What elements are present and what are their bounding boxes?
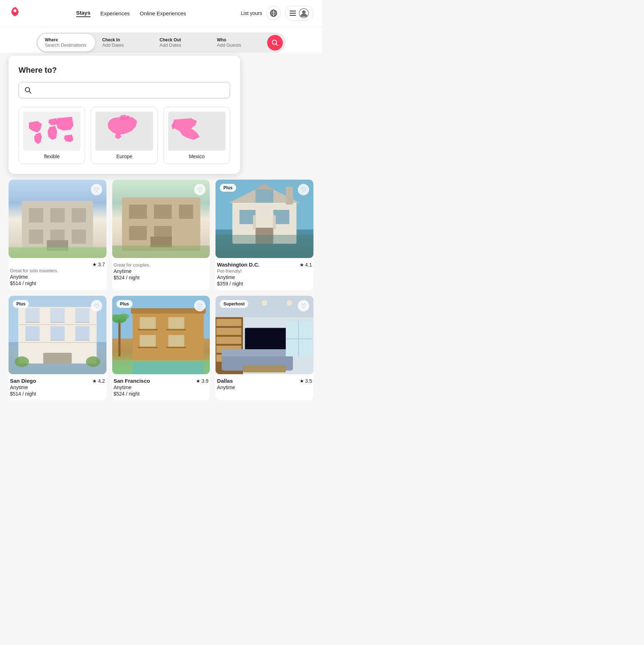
destination-search-wrap[interactable] — [19, 82, 230, 98]
destination-input[interactable] — [35, 87, 224, 93]
svg-point-65 — [86, 356, 100, 367]
listing-card-sanfrancisco[interactable]: Plus ♡ San Francisco ★ 3.9 Anytime $524 … — [112, 296, 210, 400]
svg-rect-78 — [166, 329, 186, 330]
svg-rect-52 — [50, 308, 64, 322]
svg-rect-48 — [18, 306, 97, 307]
svg-rect-55 — [50, 326, 64, 340]
listing-price: $524 / night — [114, 391, 209, 397]
mexico-label: Mexico — [189, 154, 204, 159]
svg-rect-50 — [18, 342, 97, 343]
user-menu-button[interactable] — [285, 6, 313, 21]
wishlist-button[interactable]: ♡ — [91, 300, 102, 311]
listing-card-washington[interactable]: Plus ♡ Washington D.C. ★ 4.1 Pet-friendl… — [215, 180, 313, 290]
search-bar-wrap: Where Search Destinations Check In Add D… — [0, 27, 322, 53]
checkin-segment[interactable]: Check In Add Dates — [95, 34, 152, 51]
nav-experiences[interactable]: Experiences — [100, 10, 130, 16]
listing-city: San Diego — [10, 378, 36, 384]
card-image-wrap: Plus ♡ — [215, 180, 313, 258]
star-icon: ★ — [92, 262, 97, 267]
wishlist-button[interactable]: ♡ — [298, 184, 309, 195]
flexible-label: flexible — [44, 154, 60, 159]
card-image-wrap: ♡ — [9, 180, 107, 258]
svg-rect-91 — [217, 337, 242, 344]
svg-rect-63 — [43, 353, 72, 363]
svg-rect-75 — [140, 335, 156, 347]
region-flexible[interactable]: flexible — [19, 107, 85, 164]
svg-point-64 — [15, 356, 29, 367]
card-image-wrap: Superhost ♡ — [215, 296, 313, 374]
language-button[interactable] — [266, 6, 281, 20]
svg-rect-51 — [25, 308, 40, 322]
svg-rect-82 — [112, 360, 210, 374]
where-segment[interactable]: Where Search Destinations — [38, 34, 95, 51]
listing-city: Dallas — [217, 378, 233, 384]
nav-stays[interactable]: Stays — [76, 10, 90, 17]
listing-badge: Plus — [13, 300, 29, 308]
svg-rect-31 — [112, 246, 210, 258]
listing-city: San Francisco — [114, 378, 150, 384]
checkout-label: Check Out — [160, 37, 203, 42]
svg-rect-8 — [290, 15, 296, 16]
card-image-wrap: ♡ — [112, 180, 210, 258]
listing-timing: Anytime — [10, 274, 105, 280]
card-info: San Francisco ★ 3.9 Anytime $524 / night — [112, 374, 210, 400]
dropdown-title: Where to? — [19, 66, 230, 75]
svg-rect-74 — [168, 317, 184, 330]
listing-badge: Plus — [116, 300, 133, 308]
svg-rect-79 — [138, 347, 157, 348]
listings-grid: ♡ ★ 3.7 Great for solo travelers. Anytim… — [0, 174, 322, 406]
listing-rating: ★ 3.9 — [196, 378, 208, 384]
dropdown-panel: Where to? — [9, 56, 240, 174]
card-image-wrap: Plus ♡ — [9, 296, 107, 374]
logo[interactable] — [9, 6, 21, 21]
card-info: Dallas ★ 3.5 Anytime — [215, 374, 313, 394]
listing-price: $524 / night — [114, 275, 209, 280]
svg-line-12 — [276, 44, 278, 46]
svg-rect-25 — [129, 205, 147, 219]
list-yours-link[interactable]: List yours — [241, 10, 262, 16]
listing-timing: Anytime — [217, 274, 312, 280]
where-value: Search Destinations — [45, 42, 88, 48]
svg-rect-18 — [72, 208, 86, 222]
svg-point-0 — [14, 9, 16, 12]
wishlist-button[interactable]: ♡ — [298, 300, 309, 311]
region-grid: flexible Europe — [19, 107, 230, 164]
nav-online-experiences[interactable]: Online Experiences — [140, 10, 186, 16]
listing-card-sandiego[interactable]: Plus ♡ San Diego ★ 4.2 Anytime $514 / ni… — [9, 296, 107, 400]
svg-point-70 — [118, 314, 129, 319]
listing-card-dallas[interactable]: Superhost ♡ Dallas ★ 3.5 Anytime — [215, 296, 313, 400]
svg-rect-41 — [286, 187, 293, 205]
svg-rect-95 — [246, 329, 287, 352]
who-segment[interactable]: Who Add Guests — [210, 34, 267, 51]
listing-description: Great for solo travelers. — [10, 268, 105, 273]
search-button[interactable] — [267, 35, 283, 51]
main-nav: Stays Experiences Online Experiences — [76, 10, 186, 17]
star-icon: ★ — [196, 378, 201, 384]
listing-card-partial-2[interactable]: ♡ Great for couples. Anytime $524 / nigh… — [112, 180, 210, 290]
listing-timing: Anytime — [114, 268, 209, 274]
card-image-wrap: Plus ♡ — [112, 296, 210, 374]
wishlist-button[interactable]: ♡ — [91, 184, 102, 195]
svg-rect-54 — [25, 326, 40, 340]
svg-rect-103 — [286, 339, 313, 339]
listing-rating: ★ 3.5 — [300, 378, 312, 384]
svg-rect-53 — [75, 308, 89, 322]
svg-rect-7 — [290, 13, 296, 14]
svg-rect-19 — [29, 229, 43, 244]
region-europe[interactable]: Europe — [91, 107, 157, 164]
listing-card-partial-1[interactable]: ♡ ★ 3.7 Great for solo travelers. Anytim… — [9, 180, 107, 290]
listing-city: Washington D.C. — [217, 262, 259, 268]
where-label: Where — [45, 37, 88, 42]
svg-rect-23 — [9, 247, 107, 258]
search-bar: Where Search Destinations Check In Add D… — [36, 32, 286, 53]
listing-badge: Superhost — [220, 300, 248, 308]
europe-label: Europe — [116, 154, 132, 159]
svg-rect-16 — [29, 208, 43, 222]
svg-rect-98 — [243, 365, 286, 372]
region-mexico[interactable]: Mexico — [163, 107, 230, 164]
globe-icon — [270, 10, 277, 17]
checkout-segment[interactable]: Check Out Add Dates — [152, 34, 210, 51]
listing-rating: ★ 3.7 — [92, 262, 105, 267]
listing-timing: Anytime — [114, 385, 209, 390]
europe-map — [95, 112, 153, 151]
